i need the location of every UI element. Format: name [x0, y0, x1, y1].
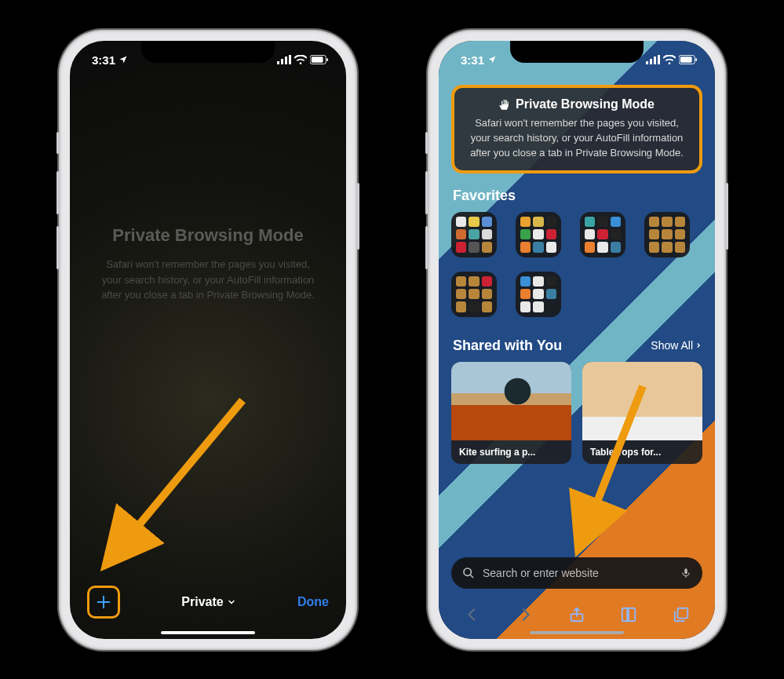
favorites-folder[interactable]: [516, 212, 561, 257]
favorites-folder[interactable]: [644, 212, 690, 257]
status-time: 3:31: [461, 53, 484, 67]
banner-body: Safari won't remember the pages you visi…: [465, 116, 688, 161]
shared-heading: Shared with You: [453, 338, 562, 354]
wifi-icon: [663, 55, 676, 64]
svg-rect-1: [281, 59, 283, 64]
svg-rect-0: [277, 61, 279, 64]
home-indicator[interactable]: [530, 631, 624, 634]
svg-rect-21: [677, 608, 687, 619]
svg-rect-15: [680, 57, 692, 62]
shared-caption: Kite surfing a p...: [451, 440, 571, 464]
search-placeholder: Search or enter website: [483, 567, 673, 579]
chevron-right-icon: [695, 341, 702, 350]
private-mode-banner: Private Browsing Mode Safari won't remem…: [451, 85, 702, 173]
banner-title: Private Browsing Mode: [516, 97, 655, 111]
svg-rect-12: [654, 57, 656, 64]
svg-rect-5: [312, 57, 323, 62]
notch: [510, 41, 644, 63]
plus-icon: [95, 593, 112, 611]
favorites-grid: [451, 212, 702, 317]
wifi-icon: [294, 55, 307, 64]
tab-switcher-toolbar: Private Done: [70, 578, 346, 639]
tabs-button[interactable]: [665, 606, 697, 623]
search-icon: [462, 567, 475, 579]
favorites-folder[interactable]: [516, 272, 561, 317]
annotation-arrow-left: [101, 392, 258, 576]
home-indicator[interactable]: [161, 631, 255, 634]
battery-icon: [679, 55, 698, 64]
cellular-icon: [277, 55, 291, 64]
svg-rect-19: [684, 568, 687, 574]
show-all-label: Show All: [651, 339, 693, 352]
done-button[interactable]: Done: [297, 595, 329, 609]
tab-group-label: Private: [181, 595, 223, 609]
shared-item[interactable]: Kite surfing a p...: [451, 362, 571, 464]
svg-point-17: [464, 568, 471, 575]
svg-rect-3: [289, 55, 291, 64]
status-time: 3:31: [92, 53, 115, 67]
svg-rect-6: [326, 58, 328, 61]
screen-right: 3:31 Private Browsing Mode Safari won't …: [439, 41, 715, 639]
svg-line-9: [115, 400, 242, 553]
private-mode-title: Private Browsing Mode: [70, 225, 346, 246]
shared-thumbnail: [582, 362, 702, 440]
microphone-icon[interactable]: [680, 566, 691, 580]
tab-group-selector[interactable]: Private: [181, 595, 235, 609]
phone-left: 3:31 Private Browsing Mode Safari won't …: [59, 30, 357, 650]
chevron-down-icon: [227, 597, 236, 607]
share-button[interactable]: [561, 606, 593, 623]
notch: [141, 41, 275, 63]
search-field[interactable]: Search or enter website: [451, 557, 702, 589]
shared-item[interactable]: Table Tops for...: [582, 362, 702, 464]
phone-right: 3:31 Private Browsing Mode Safari won't …: [428, 30, 726, 650]
new-tab-button[interactable]: [87, 586, 120, 619]
location-arrow-icon: [487, 55, 497, 64]
screen-left: 3:31 Private Browsing Mode Safari won't …: [70, 41, 346, 639]
location-arrow-icon: [119, 55, 128, 64]
shared-thumbnail: [451, 362, 571, 440]
hand-icon: [499, 99, 511, 111]
svg-rect-11: [650, 59, 652, 64]
svg-rect-16: [695, 58, 697, 61]
bookmarks-button[interactable]: [613, 606, 644, 623]
show-all-button[interactable]: Show All: [651, 339, 702, 352]
cellular-icon: [646, 55, 660, 64]
private-mode-description: Safari won't remember the pages you visi…: [70, 257, 346, 303]
favorites-folder[interactable]: [580, 212, 625, 257]
svg-rect-2: [285, 57, 287, 64]
shared-caption: Table Tops for...: [582, 440, 702, 464]
svg-rect-13: [658, 55, 660, 64]
favorites-folder[interactable]: [451, 272, 497, 317]
favorites-folder[interactable]: [451, 212, 497, 257]
battery-icon: [310, 55, 329, 64]
back-button[interactable]: [457, 606, 488, 623]
svg-line-18: [470, 575, 473, 578]
favorites-heading: Favorites: [453, 188, 702, 204]
svg-rect-10: [646, 61, 648, 64]
forward-button[interactable]: [509, 606, 541, 623]
